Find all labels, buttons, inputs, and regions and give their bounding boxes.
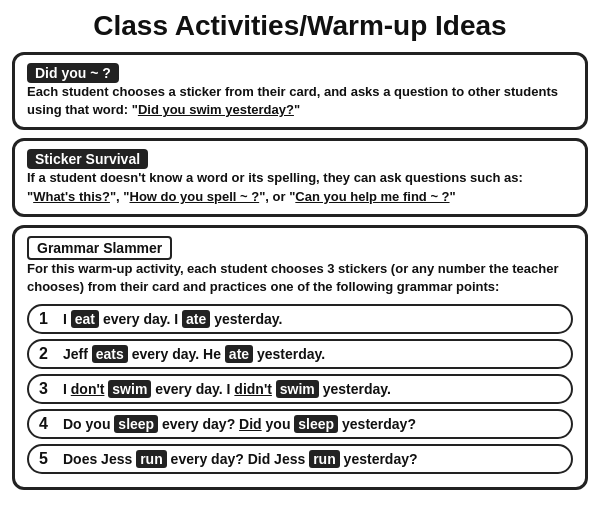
grammar-item-1: 1 I eat every day. I ate yesterday. [27,304,573,334]
sticker-survival-header: Sticker Survival If a student doesn't kn… [27,149,573,205]
grammar-num-4: 4 [39,415,55,433]
grammar-num-3: 3 [39,380,55,398]
grammar-num-5: 5 [39,450,55,468]
grammar-slammer-label: Grammar Slammer [27,236,172,260]
sticker-survival-card: Sticker Survival If a student doesn't kn… [12,138,588,216]
did-you-card: Did you ~ ? Each student chooses a stick… [12,52,588,130]
grammar-slammer-card: Grammar Slammer For this warm-up activit… [12,225,588,490]
grammar-text-3: I don't swim every day. I didn't swim ye… [63,381,391,397]
grammar-text-1: I eat every day. I ate yesterday. [63,311,282,327]
grammar-items-list: 1 I eat every day. I ate yesterday. 2 Je… [27,304,573,474]
grammar-item-3: 3 I don't swim every day. I didn't swim … [27,374,573,404]
page-title: Class Activities/Warm-up Ideas [12,10,588,42]
grammar-slammer-desc: For this warm-up activity, each student … [27,260,573,296]
grammar-item-5: 5 Does Jess run every day? Did Jess run … [27,444,573,474]
grammar-item-2: 2 Jeff eats every day. He ate yesterday. [27,339,573,369]
grammar-text-2: Jeff eats every day. He ate yesterday. [63,346,325,362]
grammar-slammer-header: Grammar Slammer For this warm-up activit… [27,236,573,296]
grammar-item-4: 4 Do you sleep every day? Did you sleep … [27,409,573,439]
did-you-desc: Each student chooses a sticker from thei… [27,83,573,119]
sticker-survival-desc: If a student doesn't know a word or its … [27,169,573,205]
grammar-num-2: 2 [39,345,55,363]
grammar-text-5: Does Jess run every day? Did Jess run ye… [63,451,418,467]
sticker-survival-label: Sticker Survival [27,149,148,169]
grammar-num-1: 1 [39,310,55,328]
grammar-text-4: Do you sleep every day? Did you sleep ye… [63,416,416,432]
did-you-header: Did you ~ ? Each student chooses a stick… [27,63,573,119]
did-you-label: Did you ~ ? [27,63,119,83]
